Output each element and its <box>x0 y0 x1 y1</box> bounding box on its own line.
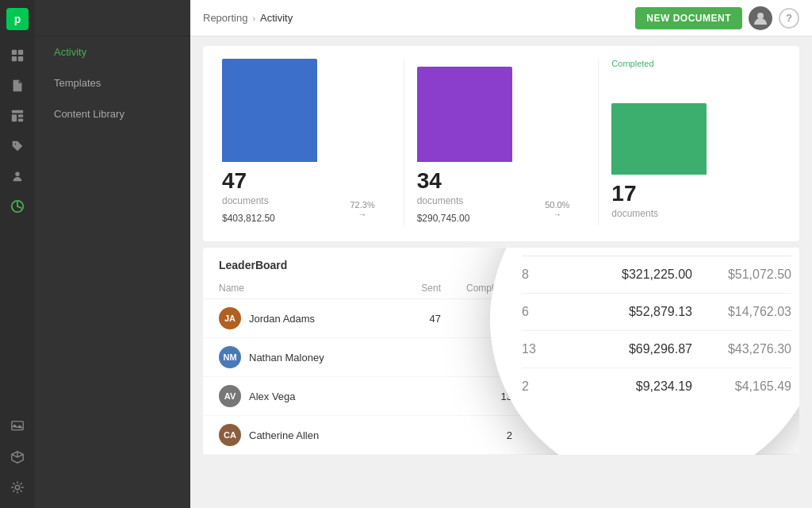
main-content: Reporting › Activity NEW DOCUMENT ? 72.3… <box>190 0 812 508</box>
stats-card: 72.3% → 47 documents $403,812.50 50.0% → <box>203 46 799 241</box>
sidebar: Activity Templates Content Library <box>35 0 190 508</box>
mag-completed: 8 <box>522 267 593 282</box>
bar-wrap-viewed: 50.0% → <box>417 59 586 162</box>
avatar: JA <box>219 307 241 329</box>
completed-label: Completed <box>611 59 653 68</box>
svg-point-12 <box>757 13 764 19</box>
stat-col-sent: 72.3% → 47 documents $403,812.50 <box>222 59 391 225</box>
gallery-icon[interactable] <box>5 414 30 440</box>
bar-sent <box>222 59 317 162</box>
mag-row: 8 $321,225.00 $51,072.50 <box>522 256 791 294</box>
person-name: Catherine Allen <box>249 429 393 441</box>
stat-pct-viewed: 50.0% → <box>545 200 569 219</box>
sent-val: 47 <box>393 313 441 325</box>
stat-col-viewed: 50.0% → 34 documents $290,745.00 <box>417 59 586 225</box>
avatar: NM <box>219 346 241 368</box>
svg-rect-1 <box>18 50 23 55</box>
stat-label-sent: documents <box>222 195 269 206</box>
person-name: Alex Vega <box>249 391 393 402</box>
completed-val: 13 <box>441 391 512 402</box>
stat-count-sent: 47 <box>222 168 247 194</box>
bar-viewed <box>417 67 512 162</box>
svg-rect-2 <box>12 56 17 61</box>
svg-rect-5 <box>12 114 17 121</box>
mag-viewed: $43,276.30 <box>692 342 791 356</box>
stat-label-viewed: documents <box>417 195 464 206</box>
person-name: Nathan Maloney <box>249 352 393 364</box>
grid-icon[interactable] <box>5 43 30 68</box>
mag-sent: $69,296.87 <box>593 342 692 356</box>
breadcrumb: Reporting › Activity <box>203 12 293 24</box>
mag-row: 6 $52,879.13 $14,762.03 <box>522 294 791 331</box>
leaderboard-card: LeaderBoard Name Sent Completed Sent, $ … <box>203 248 799 455</box>
mag-viewed: $51,072.50 <box>692 267 791 282</box>
breadcrumb-current: Activity <box>260 12 293 24</box>
person-name: Jordan Adams <box>249 313 393 325</box>
template-icon[interactable] <box>5 103 30 129</box>
mag-viewed: $14,762.03 <box>692 305 791 319</box>
mag-sent: $9,234.19 <box>593 379 692 394</box>
stat-amount-sent: $403,812.50 <box>222 213 275 224</box>
tag-icon[interactable] <box>5 133 30 159</box>
sidebar-item-content-library[interactable]: Content Library <box>41 100 184 128</box>
mag-sent: $321,225.00 <box>593 267 692 282</box>
mag-viewed: $4,165.49 <box>692 379 791 394</box>
completed-val: 2 <box>441 429 512 441</box>
bar-completed <box>611 103 707 175</box>
mag-row: 2 $9,234.19 $4,165.49 <box>522 368 791 405</box>
magnifier-col-headers: Completed Sent, $ Viewed, $ <box>522 248 791 256</box>
svg-rect-7 <box>18 119 23 122</box>
magnifier-overlay: Completed Sent, $ Viewed, $ 8 $321,225.0… <box>490 248 799 455</box>
svg-rect-4 <box>12 110 23 114</box>
cube-icon[interactable] <box>5 444 30 470</box>
stat-pct-sent: 72.3% → <box>350 200 374 219</box>
mag-completed: 6 <box>522 305 593 319</box>
col-header-name: Name <box>219 283 393 294</box>
mag-sent: $52,879.13 <box>593 305 692 319</box>
bar-wrap-sent: 72.3% → <box>222 59 391 162</box>
col-header-sent: Sent <box>393 283 441 294</box>
svg-rect-3 <box>18 56 23 61</box>
svg-rect-6 <box>18 114 23 117</box>
stat-label-completed: documents <box>611 208 658 219</box>
app-logo[interactable]: p <box>6 8 29 30</box>
sidebar-item-templates[interactable]: Templates <box>41 69 184 97</box>
stat-count-completed: 17 <box>611 181 636 206</box>
settings-icon[interactable] <box>5 475 30 500</box>
contact-icon[interactable] <box>5 164 30 189</box>
stat-count-viewed: 34 <box>417 168 442 194</box>
topbar: Reporting › Activity NEW DOCUMENT ? <box>190 0 812 37</box>
breadcrumb-separator: › <box>252 13 255 23</box>
avatar: AV <box>219 385 241 407</box>
bar-wrap-completed <box>611 71 780 175</box>
help-button[interactable]: ? <box>779 8 799 29</box>
content-area: 72.3% → 47 documents $403,812.50 50.0% → <box>190 37 812 508</box>
mag-row: 13 $69,296.87 $43,276.30 <box>522 331 791 368</box>
sidebar-item-activity[interactable]: Activity <box>41 38 184 66</box>
mag-completed: 2 <box>522 379 593 394</box>
document-icon[interactable] <box>5 73 30 98</box>
icon-rail: p <box>0 0 35 508</box>
reporting-icon[interactable] <box>5 194 30 219</box>
mag-completed: 13 <box>522 342 593 356</box>
breadcrumb-parent[interactable]: Reporting <box>203 12 247 24</box>
user-avatar[interactable] <box>749 6 772 30</box>
stat-amount-viewed: $290,745.00 <box>417 213 470 224</box>
svg-rect-0 <box>12 50 17 55</box>
svg-point-11 <box>15 485 19 489</box>
svg-point-8 <box>15 172 19 176</box>
stat-col-completed: Completed 17 documents <box>611 59 780 225</box>
new-document-button[interactable]: NEW DOCUMENT <box>635 7 742 29</box>
avatar: CA <box>219 424 241 446</box>
